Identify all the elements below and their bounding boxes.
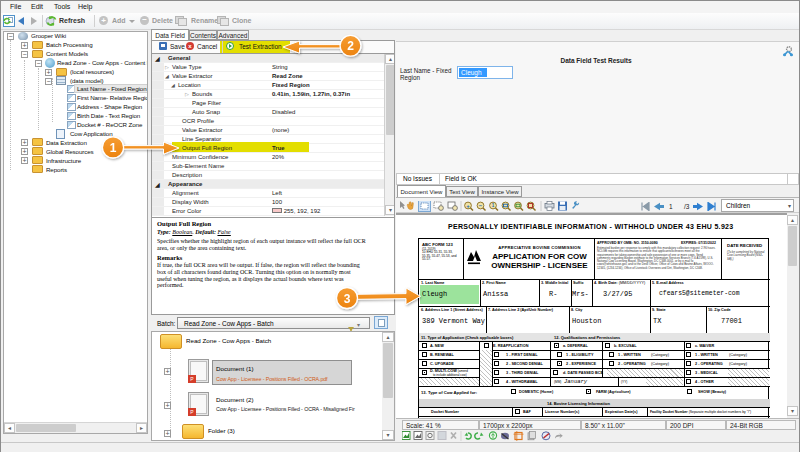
svg-text:3: 3 xyxy=(344,292,351,306)
svg-text:2: 2 xyxy=(347,39,354,53)
svg-text:1: 1 xyxy=(110,141,117,155)
